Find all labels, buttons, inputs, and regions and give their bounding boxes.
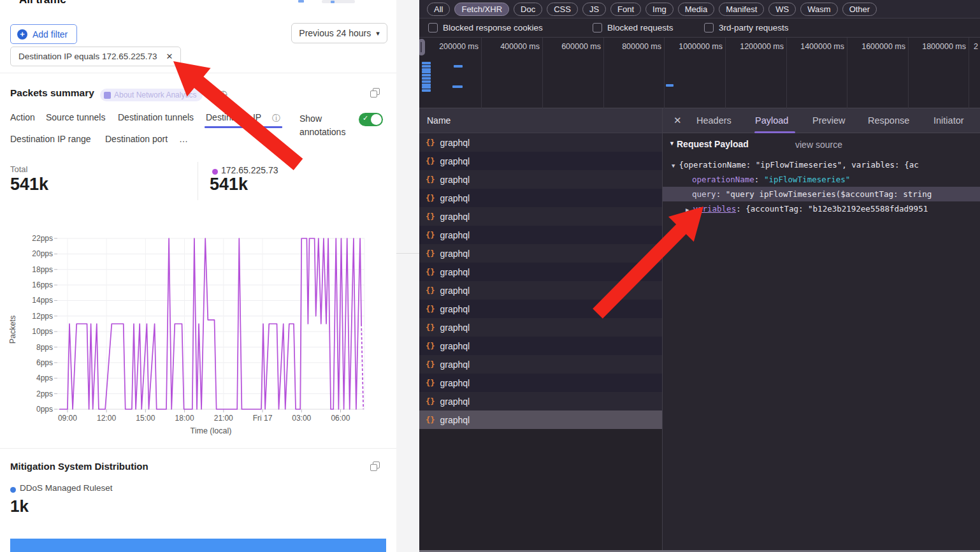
payload-variables-line[interactable]: ▶variables: {accountTag: "b12e3b2192ee55… bbox=[663, 201, 980, 216]
filter-pill-fetch-xhr[interactable]: Fetch/XHR bbox=[454, 3, 509, 16]
detail-tab-preview[interactable]: Preview bbox=[812, 108, 846, 133]
series-legend-dot bbox=[212, 169, 218, 175]
json-braces-icon: {} bbox=[426, 249, 435, 258]
clipped-toolbar-fragment bbox=[322, 0, 355, 3]
add-filter-button[interactable]: + Add filter bbox=[10, 24, 77, 44]
expand-triangle-icon[interactable]: ▶ bbox=[663, 207, 689, 213]
detail-tab-headers[interactable]: Headers bbox=[696, 108, 731, 133]
payload-preview-line[interactable]: ▼{operationName: "ipFlowTimeseries", var… bbox=[663, 157, 980, 172]
request-row-graphql-12[interactable]: {}graphql bbox=[419, 355, 662, 374]
request-row-graphql-11[interactable]: {}graphql bbox=[419, 337, 662, 355]
request-row-graphql-14[interactable]: {}graphql bbox=[419, 392, 662, 410]
json-braces-icon: {} bbox=[426, 323, 435, 332]
checkbox-blocked-response-cookies[interactable]: Blocked response cookies bbox=[428, 18, 543, 37]
request-row-graphql-6[interactable]: {}graphql bbox=[419, 244, 662, 263]
clipped-toolbar-fragment bbox=[331, 1, 335, 3]
request-waterfall-mark bbox=[422, 65, 431, 68]
request-row-graphql-0[interactable]: {}graphql bbox=[419, 133, 662, 152]
remove-filter-icon[interactable]: ✕ bbox=[166, 52, 173, 61]
about-network-analytics-badge[interactable]: About Network Analytics bbox=[100, 89, 203, 101]
checkbox-icon bbox=[704, 23, 714, 33]
timeline-label: 1200000 ms bbox=[740, 42, 784, 51]
show-annotations-label: Show annotations bbox=[299, 112, 357, 139]
request-name: graphql bbox=[440, 341, 470, 351]
request-row-graphql-1[interactable]: {}graphql bbox=[419, 152, 662, 170]
request-row-graphql-8[interactable]: {}graphql bbox=[419, 281, 662, 300]
tab-source-tunnels[interactable]: Source tunnels bbox=[46, 112, 105, 122]
svg-text:22pps: 22pps bbox=[32, 234, 53, 243]
show-annotations-toggle[interactable]: ✓ bbox=[359, 113, 383, 126]
name-column-header[interactable]: Name bbox=[419, 108, 662, 133]
payload-operation-line[interactable]: operationName: "ipFlowTimeseries" bbox=[663, 172, 980, 187]
timeline-drag-handle[interactable] bbox=[419, 39, 425, 55]
expand-card-icon[interactable] bbox=[370, 88, 379, 97]
timeline-label: 1000000 ms bbox=[679, 42, 723, 51]
collapse-triangle-icon[interactable]: ▼ bbox=[669, 140, 675, 147]
request-row-graphql-4[interactable]: {}graphql bbox=[419, 207, 662, 226]
filter-pill-other[interactable]: Other bbox=[842, 3, 877, 16]
filter-pill-font[interactable]: Font bbox=[610, 3, 641, 16]
filter-pill-manifest[interactable]: Manifest bbox=[719, 3, 764, 16]
timeline-label: 800000 ms bbox=[622, 42, 661, 51]
packets-summary-title: Packets summary bbox=[10, 87, 94, 99]
request-row-graphql-2[interactable]: {}graphql bbox=[419, 170, 662, 189]
tab-action[interactable]: Action bbox=[10, 112, 35, 122]
detail-tab-response[interactable]: Response bbox=[868, 108, 909, 133]
request-row-graphql-13[interactable]: {}graphql bbox=[419, 374, 662, 392]
packets-timeseries-chart[interactable]: 0pps2pps4pps6pps8pps10pps12pps14pps16pps… bbox=[0, 228, 396, 441]
filter-pill-all[interactable]: All bbox=[427, 3, 450, 16]
expand-card-icon[interactable] bbox=[370, 461, 379, 470]
timeline-label: 2 bbox=[974, 42, 978, 51]
chevron-down-icon: ▾ bbox=[376, 29, 380, 38]
tab-destination-port[interactable]: Destination port bbox=[105, 134, 168, 144]
json-braces-icon: {} bbox=[426, 342, 435, 351]
close-icon[interactable]: ✕ bbox=[674, 108, 682, 133]
filter-chip[interactable]: Destination IP equals 172.65.225.73 ✕ bbox=[10, 47, 181, 66]
detail-tab-payload[interactable]: Payload bbox=[755, 108, 788, 133]
request-name: graphql bbox=[440, 156, 470, 166]
checkbox-3rd-party-requests[interactable]: 3rd-party requests bbox=[704, 18, 789, 37]
payload-query-line[interactable]: query: "query ipFlowTimeseries($accountT… bbox=[663, 187, 980, 201]
request-row-graphql-7[interactable]: {}graphql bbox=[419, 263, 662, 281]
request-row-graphql-5[interactable]: {}graphql bbox=[419, 226, 662, 244]
svg-text:16pps: 16pps bbox=[32, 280, 53, 289]
filter-pill-img[interactable]: Img bbox=[645, 3, 674, 16]
tab-destination-ip[interactable]: Destination IP bbox=[206, 112, 261, 122]
filter-pill-css[interactable]: CSS bbox=[547, 3, 578, 16]
checkbox-blocked-requests[interactable]: Blocked requests bbox=[593, 18, 674, 37]
filter-pill-ws[interactable]: WS bbox=[768, 3, 796, 16]
svg-text:4pps: 4pps bbox=[36, 374, 53, 382]
timeline-gridline bbox=[725, 38, 726, 109]
svg-text:03:00: 03:00 bbox=[292, 414, 311, 423]
timeline-gridline bbox=[847, 38, 847, 109]
timeline-label: 600000 ms bbox=[561, 42, 601, 51]
time-range-dropdown[interactable]: Previous 24 hours ▾ bbox=[291, 23, 387, 43]
mitigation-bar[interactable] bbox=[10, 539, 386, 552]
collapse-triangle-icon: ▼ bbox=[663, 163, 675, 169]
detail-tabbar: ✕ HeadersPayloadPreviewResponseInitiator bbox=[663, 108, 980, 133]
info-icon[interactable]: ⓘ bbox=[272, 113, 280, 124]
time-range-value: Previous 24 hours bbox=[299, 28, 371, 38]
window-gutter bbox=[396, 0, 419, 552]
filter-pill-js[interactable]: JS bbox=[582, 3, 606, 16]
network-filter-pills: AllFetch/XHRDocCSSJSFontImgMediaManifest… bbox=[419, 0, 980, 18]
tab-[interactable]: … bbox=[179, 134, 188, 144]
filter-pill-doc[interactable]: Doc bbox=[514, 3, 542, 16]
view-source-link[interactable]: view source bbox=[795, 140, 842, 150]
filter-pill-media[interactable]: Media bbox=[678, 3, 714, 16]
toggle-knob bbox=[371, 114, 382, 125]
request-row-graphql-9[interactable]: {}graphql bbox=[419, 300, 662, 318]
timeline-label: 1400000 ms bbox=[800, 42, 844, 51]
timeline-gridline bbox=[481, 38, 482, 109]
network-overview-timeline[interactable]: 200000 ms400000 ms600000 ms800000 ms1000… bbox=[419, 37, 980, 108]
request-row-graphql-15[interactable]: {}graphql bbox=[419, 410, 662, 429]
json-braces-icon: {} bbox=[426, 268, 435, 277]
request-row-graphql-3[interactable]: {}graphql bbox=[419, 189, 662, 207]
tab-destination-ip-range[interactable]: Destination IP range bbox=[10, 134, 91, 144]
filter-chip-label: Destination IP equals 172.65.225.73 bbox=[18, 52, 157, 61]
tab-destination-tunnels[interactable]: Destination tunnels bbox=[118, 112, 194, 122]
request-name: graphql bbox=[440, 138, 470, 148]
request-row-graphql-10[interactable]: {}graphql bbox=[419, 318, 662, 337]
detail-tab-initiator[interactable]: Initiator bbox=[933, 108, 964, 133]
filter-pill-wasm[interactable]: Wasm bbox=[800, 3, 837, 16]
